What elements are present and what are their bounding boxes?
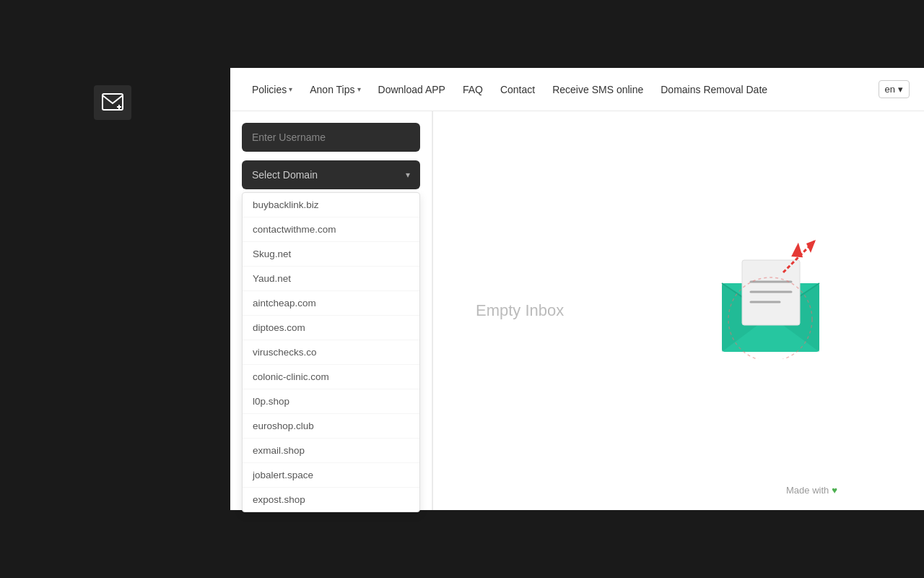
logo-box: [94, 85, 131, 120]
domain-item-4[interactable]: aintcheap.com: [243, 291, 419, 316]
nav-sms[interactable]: Receive SMS online: [545, 78, 650, 101]
language-selector[interactable]: en ▾: [879, 80, 910, 98]
domain-item-8[interactable]: l0p.shop: [243, 389, 419, 414]
domain-item-12[interactable]: expost.shop: [243, 488, 419, 512]
domain-item-0[interactable]: buybacklink.biz: [243, 193, 419, 217]
domain-select-label: Select Domain: [252, 169, 318, 181]
logo-icon: [102, 93, 123, 112]
domain-item-5[interactable]: diptoes.com: [243, 316, 419, 340]
anon-tips-chevron-icon: ▾: [357, 85, 361, 93]
email-illustration: [707, 233, 837, 363]
black-bottom-panel: [230, 510, 924, 578]
heart-icon: ♥: [832, 485, 837, 496]
empty-inbox-label: Empty Inbox: [476, 301, 564, 320]
domain-select-button[interactable]: Select Domain ▾: [242, 160, 420, 189]
domain-item-2[interactable]: Skug.net: [243, 242, 419, 267]
domain-item-3[interactable]: Yaud.net: [243, 267, 419, 291]
domain-item-9[interactable]: euroshop.club: [243, 414, 419, 439]
username-input[interactable]: [242, 123, 420, 152]
domain-chevron-icon: ▾: [406, 170, 410, 180]
lang-chevron-icon: ▾: [898, 84, 903, 95]
svg-marker-10: [806, 240, 816, 253]
nav-domains-removal[interactable]: Domains Removal Date: [653, 78, 775, 101]
domain-item-7[interactable]: colonic-clinic.com: [243, 365, 419, 389]
nav-anon-tips[interactable]: Anon Tips ▾: [302, 78, 367, 101]
domain-dropdown-list: buybacklink.biz contactwithme.com Skug.n…: [242, 192, 420, 512]
policies-chevron-icon: ▾: [289, 85, 292, 93]
nav-faq[interactable]: FAQ: [456, 78, 490, 101]
navbar: Policies ▾ Anon Tips ▾ Download APP FAQ …: [230, 68, 924, 111]
svg-marker-8: [791, 242, 804, 257]
domain-item-6[interactable]: viruschecks.co: [243, 340, 419, 365]
nav-policies[interactable]: Policies ▾: [245, 78, 300, 101]
nav-contact[interactable]: Contact: [493, 78, 542, 101]
made-with-footer: Made with ♥: [786, 485, 837, 496]
domain-item-1[interactable]: contactwithme.com: [243, 217, 419, 242]
domain-item-10[interactable]: exmail.shop: [243, 439, 419, 463]
main-content-area: Empty Inbox: [432, 111, 924, 510]
sidebar-panel: Select Domain ▾ buybacklink.biz contactw…: [230, 111, 432, 510]
logo-area[interactable]: [94, 85, 131, 120]
nav-download-app[interactable]: Download APP: [371, 78, 453, 101]
center-divider: [432, 111, 433, 510]
domain-item-11[interactable]: jobalert.space: [243, 463, 419, 488]
